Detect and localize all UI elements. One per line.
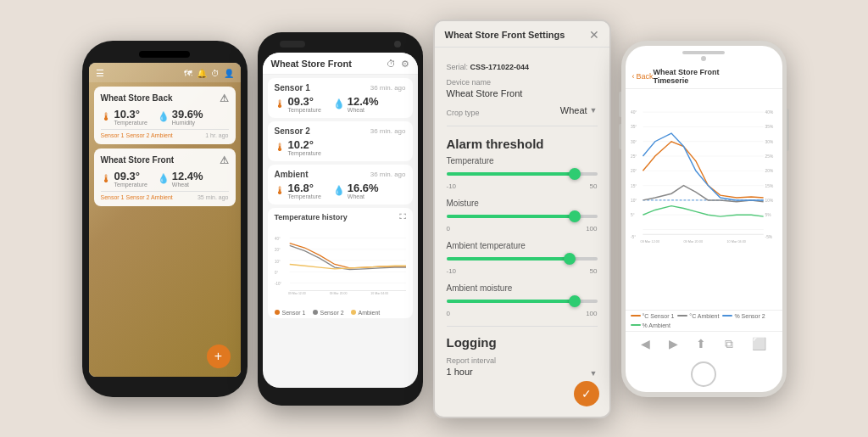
camera-wide xyxy=(280,41,305,48)
temperature-chart-svg: 40° 20° 10° 0° -10° 09 Mar 12:00 09 Mar … xyxy=(275,224,406,305)
menu-icon[interactable]: ☰ xyxy=(96,68,104,79)
phone2-screen: Wheat Store Front ⏱ ⚙ Sensor 1 36 min. a… xyxy=(263,53,418,388)
expand-icon[interactable]: ⛶ xyxy=(399,213,406,221)
svg-text:09 Mar 12:00: 09 Mar 12:00 xyxy=(640,239,659,243)
svg-text:-5°: -5° xyxy=(631,235,636,239)
svg-text:5%: 5% xyxy=(765,213,771,217)
phones-container: ☰ 🗺 🔔 ⏱ 👤 Wheat Store Back ⚠ xyxy=(65,3,804,435)
map-icon[interactable]: 🗺 xyxy=(184,69,192,78)
ph2-sensor2-card[interactable]: Sensor 2 36 min. ago 🌡 10.2° Temperature xyxy=(268,121,413,161)
svg-text:35°: 35° xyxy=(631,125,637,129)
phone2-device: Wheat Store Front ⏱ ⚙ Sensor 1 36 min. a… xyxy=(258,32,423,406)
home-button[interactable] xyxy=(691,361,716,387)
back-button[interactable]: ‹ Back xyxy=(632,72,654,81)
divider2 xyxy=(447,326,598,327)
ph2-ambient-header: Ambient 36 min. ago xyxy=(275,170,406,179)
forward-nav-icon[interactable]: ▶ xyxy=(669,337,678,350)
legend-line-sensor1 xyxy=(631,315,641,317)
phone1-content: ☰ 🗺 🔔 ⏱ 👤 Wheat Store Back ⚠ xyxy=(89,63,241,206)
legend-line-ambient xyxy=(677,315,687,317)
phone3-screen: Wheat Store Front Settings ✕ Serial: CSS… xyxy=(435,21,609,417)
phone4-bottombar: ◀ ▶ ⬆ ⧉ ⬜ xyxy=(626,331,782,356)
check-icon: ✓ xyxy=(581,387,592,401)
bookmark-icon[interactable]: ⧉ xyxy=(725,337,733,351)
svg-text:25°: 25° xyxy=(631,154,637,158)
ambient-moisture-slider-label: Ambient moisture xyxy=(447,283,598,293)
moisture-slider-container: Moisture 0 100 xyxy=(447,199,598,233)
temperature-slider-thumb[interactable] xyxy=(569,168,581,180)
ph2-ambient-card[interactable]: Ambient 36 min. ago 🌡 16.8° Temperature … xyxy=(268,165,413,204)
thermometer-icon: 🌡 xyxy=(101,110,112,123)
wheat-store-front-card[interactable]: Wheat Store Front ⚠ 🌡 09.3° Temperature xyxy=(94,148,236,206)
ph2-sensor1-card[interactable]: Sensor 1 36 min. ago 🌡 09.3° Temperature… xyxy=(268,78,413,118)
profile-icon[interactable]: 👤 xyxy=(224,69,234,78)
svg-text:15%: 15% xyxy=(765,183,773,188)
svg-text:-10°: -10° xyxy=(275,282,281,286)
ambient-temp-slider-label: Ambient temperature xyxy=(447,241,598,250)
timeserie-chart-svg: 40° 35° 30° 25° 20° 15° 10° 5° -5° 40% 3… xyxy=(631,92,777,262)
svg-text:10°: 10° xyxy=(631,198,637,202)
share-icon[interactable]: ⬆ xyxy=(696,337,706,350)
svg-text:09 Mar 20:00: 09 Mar 20:00 xyxy=(683,239,703,243)
legend-line-sensor2 xyxy=(722,315,732,317)
phone4-device: ‹ Back Wheat Store Front Timeserie 40° 3… xyxy=(621,41,787,397)
thermometer-icon-p2s2: 🌡 xyxy=(275,141,286,154)
phone4-chart-legend: °C Sensor 1 °C Ambient % Sensor 2 % Ambi… xyxy=(626,310,782,331)
clock-icon-p2[interactable]: ⏱ xyxy=(387,59,396,70)
drop-icon: 💧 xyxy=(158,111,170,122)
moisture-slider-thumb[interactable] xyxy=(569,210,581,222)
crop-dropdown-arrow[interactable]: ▼ xyxy=(590,106,598,115)
card1-temp: 🌡 10.3° Temperature xyxy=(101,109,147,126)
topbar-icons: 🗺 🔔 ⏱ 👤 xyxy=(184,69,234,78)
report-interval-dropdown[interactable]: ▼ xyxy=(590,369,598,378)
report-interval-value: 1 hour xyxy=(447,367,473,377)
confirm-fab-button[interactable]: ✓ xyxy=(574,381,599,406)
svg-text:40°: 40° xyxy=(275,237,281,241)
phone4-topbar: ‹ Back Wheat Store Front Timeserie xyxy=(626,64,782,89)
settings-icon-p2[interactable]: ⚙ xyxy=(401,59,409,70)
temperature-slider-label: Temperature xyxy=(447,156,598,165)
tabs-icon[interactable]: ⬜ xyxy=(752,337,766,350)
report-interval-label: Report interval xyxy=(447,356,598,365)
phone3-title: Wheat Store Front Settings xyxy=(445,30,565,40)
card1-humidity: 💧 39.6% Humidity xyxy=(158,109,203,126)
svg-text:20%: 20% xyxy=(765,169,773,173)
svg-text:25%: 25% xyxy=(765,154,773,158)
camera-dot xyxy=(394,41,401,48)
alarm-threshold-title: Alarm threshold xyxy=(447,137,598,151)
ambient-temp-slider-track[interactable] xyxy=(447,257,598,261)
card1-title: Wheat Store Back ⚠ xyxy=(101,92,229,104)
ambient-moisture-slider-thumb[interactable] xyxy=(569,295,581,307)
clock-icon[interactable]: ⏱ xyxy=(211,69,220,78)
ph2-s2-temp: 🌡 10.2° Temperature xyxy=(275,139,321,156)
legend-sensor1: Sensor 1 xyxy=(275,310,306,316)
back-nav-icon[interactable]: ◀ xyxy=(641,337,650,350)
svg-text:40°: 40° xyxy=(631,110,637,115)
phone1-device: ☰ 🗺 🔔 ⏱ 👤 Wheat Store Back ⚠ xyxy=(82,41,248,397)
chevron-left-icon: ‹ xyxy=(632,72,635,81)
legend-c-ambient-pct: % Ambient xyxy=(631,322,670,328)
moisture-slider-label: Moisture xyxy=(447,199,598,208)
temperature-slider-track[interactable] xyxy=(447,172,598,176)
ambient-temp-slider-labels: -10 50 xyxy=(447,267,598,275)
wheat-store-back-card[interactable]: Wheat Store Back ⚠ 🌡 10.3° Temperature xyxy=(94,87,236,144)
svg-text:10°: 10° xyxy=(275,259,281,263)
ambient-moisture-slider-track[interactable] xyxy=(447,300,598,303)
ambient-moisture-slider-container: Ambient moisture 0 100 xyxy=(447,283,598,317)
divider1 xyxy=(447,126,598,126)
svg-text:09 Mar 20:00: 09 Mar 20:00 xyxy=(329,291,347,294)
close-button[interactable]: ✕ xyxy=(589,28,599,42)
svg-text:30°: 30° xyxy=(631,139,637,143)
bell-icon[interactable]: 🔔 xyxy=(197,69,207,78)
phone3-topbar: Wheat Store Front Settings ✕ xyxy=(435,21,609,48)
phone3-content: Serial: CSS-171022-044 Device name Wheat… xyxy=(435,48,609,413)
svg-text:20°: 20° xyxy=(631,169,637,173)
card2-sensors: 🌡 09.3° Temperature 💧 12.4% Wheat xyxy=(101,171,229,188)
phone1-screen: ☰ 🗺 🔔 ⏱ 👤 Wheat Store Back ⚠ xyxy=(89,63,241,377)
phone4-speaker xyxy=(682,51,725,54)
phone2-topbar: Wheat Store Front ⏱ ⚙ xyxy=(263,53,418,75)
moisture-slider-track[interactable] xyxy=(447,215,598,218)
add-fab-button[interactable]: + xyxy=(207,345,231,368)
svg-text:5°: 5° xyxy=(631,213,635,217)
ambient-temp-slider-thumb[interactable] xyxy=(564,253,576,265)
